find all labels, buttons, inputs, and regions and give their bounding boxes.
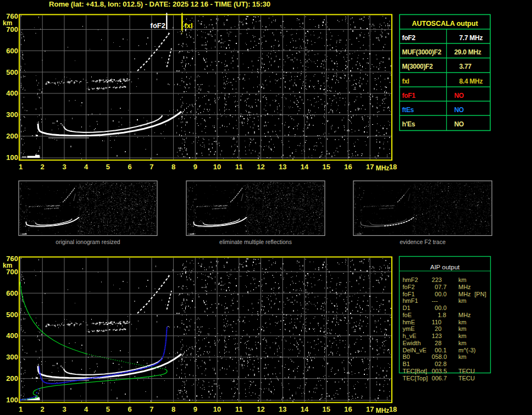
svg-text:00.0: 00.0 (435, 291, 446, 297)
svg-text:123: 123 (432, 333, 442, 339)
svg-text:Rome (lat: +41.8, lon: 012.5): Rome (lat: +41.8, lon: 012.5) - DATE: 20… (49, 0, 270, 8)
svg-text:eliminate multiple reflections: eliminate multiple reflections (219, 239, 292, 245)
svg-text:006.7: 006.7 (432, 375, 447, 381)
svg-text:foF2: foF2 (403, 284, 415, 290)
svg-text:M(3000)F2: M(3000)F2 (402, 63, 434, 70)
svg-text:fxI: fxI (185, 21, 193, 30)
svg-text:110: 110 (432, 319, 442, 325)
svg-text:foF2: foF2 (151, 21, 165, 30)
svg-text:058.0: 058.0 (432, 353, 447, 360)
svg-text:NO: NO (455, 92, 464, 99)
svg-text:20: 20 (435, 325, 441, 332)
svg-text:foF2: foF2 (402, 34, 416, 42)
svg-text:DelN_vE: DelN_vE (403, 347, 426, 353)
svg-text:NO: NO (455, 120, 464, 128)
svg-text:AIP output: AIP output (430, 264, 460, 270)
svg-text:ymE: ymE (403, 325, 415, 332)
svg-text:TEC[Top]: TEC[Top] (403, 375, 428, 381)
svg-text:AUTOSCALA output: AUTOSCALA output (412, 20, 478, 27)
svg-text:3.77: 3.77 (459, 63, 472, 70)
svg-text:km: km (458, 353, 467, 360)
svg-text:m^(-3): m^(-3) (458, 347, 475, 353)
svg-text:foF1: foF1 (402, 92, 416, 99)
svg-text:Ewidth: Ewidth (403, 340, 421, 346)
svg-text:km: km (458, 333, 467, 339)
svg-text:B0: B0 (403, 353, 410, 360)
svg-text:MHz: MHz (458, 312, 471, 318)
svg-text:TEC[Bot]: TEC[Bot] (403, 368, 428, 374)
svg-text:223: 223 (432, 276, 442, 283)
svg-text:[PN]: [PN] (474, 291, 486, 297)
svg-text:28: 28 (435, 340, 441, 346)
svg-text:km: km (458, 276, 467, 283)
svg-text:hmF1: hmF1 (403, 297, 418, 304)
svg-text:km: km (458, 297, 467, 304)
svg-text:NO: NO (455, 106, 464, 114)
svg-text:h'Es: h'Es (402, 120, 415, 128)
svg-text:7.7 MHz: 7.7 MHz (459, 34, 483, 42)
svg-text:hmF2: hmF2 (403, 276, 418, 283)
svg-text:MHz: MHz (458, 291, 471, 297)
svg-text:km: km (458, 340, 467, 346)
svg-text:TECU: TECU (458, 368, 475, 374)
svg-text:TECU: TECU (458, 375, 475, 381)
svg-text:02.8: 02.8 (435, 361, 446, 367)
svg-text:00.1: 00.1 (435, 347, 446, 353)
svg-text:evidence F2 trace: evidence F2 trace (400, 239, 446, 245)
svg-text:D1: D1 (403, 305, 411, 311)
svg-text:MHz: MHz (458, 284, 471, 290)
svg-text:hmE: hmE (403, 319, 415, 325)
svg-text:ftEs: ftEs (402, 106, 414, 114)
svg-text:original ionogram resized: original ionogram resized (56, 239, 120, 245)
svg-text:8.4 MHz: 8.4 MHz (459, 78, 483, 85)
svg-text:fxI: fxI (402, 78, 409, 85)
svg-text:km: km (458, 319, 467, 325)
svg-text:MUF(3000)F2: MUF(3000)F2 (402, 48, 442, 56)
svg-text:1.8: 1.8 (438, 312, 446, 318)
svg-text:B1: B1 (403, 361, 410, 367)
svg-text:foF1: foF1 (403, 291, 415, 297)
svg-text:29.0 MHz: 29.0 MHz (455, 48, 481, 56)
svg-text:00.0: 00.0 (435, 305, 446, 311)
svg-text:003.5: 003.5 (432, 368, 447, 374)
svg-text:foE: foE (403, 312, 412, 318)
svg-text:km: km (458, 325, 467, 332)
svg-text:h_vE: h_vE (403, 333, 417, 339)
svg-text:07.7: 07.7 (435, 284, 446, 290)
svg-text:---: --- (432, 297, 438, 304)
